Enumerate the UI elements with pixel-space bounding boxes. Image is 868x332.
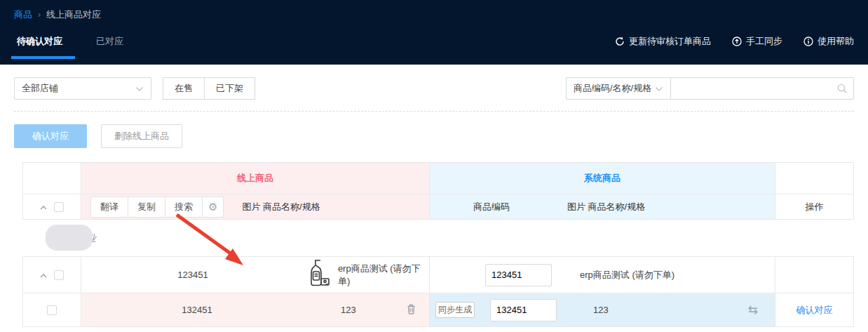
header-select-cell — [22, 194, 81, 220]
help-icon — [803, 36, 813, 46]
system-code-input[interactable] — [485, 264, 552, 286]
system-group-title: 系统商品 — [430, 172, 775, 185]
system-product-cell: 同步生成 123 ⇆ — [429, 293, 775, 327]
table-row: 123451 erp商品测试 (请勿下单) — [22, 256, 854, 293]
collapse-caret-icon[interactable] — [40, 270, 47, 280]
refresh-pending-orders-label: 更新待审核订单商品 — [629, 35, 711, 48]
row-select-cell — [22, 293, 81, 327]
online-toolbar: 翻译 复制 搜索 ⚙ — [90, 197, 224, 218]
confirm-match-button[interactable]: 确认对应 — [14, 124, 87, 148]
search-field-select-value: 商品编码/名称/规格 — [574, 82, 651, 95]
header-group-system: 系统商品 — [429, 162, 775, 194]
translate-button[interactable]: 翻译 — [91, 197, 128, 217]
sale-status-button-group: 在售 已下架 — [163, 77, 255, 100]
help-label: 使用帮助 — [818, 35, 854, 48]
top-navigation-bar: 商品 › 线上商品对应 待确认对应 已对应 更新待审核订单商品 手工同步 — [0, 0, 868, 65]
refresh-pending-orders-button[interactable]: 更新待审核订单商品 — [615, 35, 711, 48]
online-product-name: 123 — [341, 305, 356, 315]
system-code-input[interactable] — [490, 299, 557, 321]
operation-cell: 确认对应 — [775, 293, 854, 327]
online-product-cell: 123451 erp商品测试 (请勿下单) — [81, 256, 429, 293]
row-checkbox[interactable] — [47, 305, 57, 315]
breadcrumb-current: 线上商品对应 — [46, 8, 101, 21]
system-product-name: erp商品测试 (请勿下单) — [580, 269, 674, 281]
row-checkbox[interactable] — [54, 270, 64, 280]
chevron-down-icon — [655, 84, 663, 94]
offsale-filter-button[interactable]: 已下架 — [204, 77, 255, 100]
shop-select[interactable]: 全部店铺 — [14, 77, 151, 100]
online-product-code: 132451 — [81, 305, 313, 315]
match-table: 线上商品 系统商品 翻译 复制 搜索 ⚙ 图片 商品名称 — [22, 162, 854, 327]
trash-icon[interactable] — [406, 303, 416, 317]
confirm-match-link[interactable]: 确认对应 — [775, 304, 853, 317]
tab-pending-match[interactable]: 待确认对应 — [14, 35, 65, 59]
header-group-online: 线上商品 — [81, 162, 429, 194]
manual-sync-label: 手工同步 — [746, 35, 782, 48]
online-columns-label: 图片 商品名称/规格 — [242, 201, 320, 213]
swap-icon[interactable]: ⇆ — [748, 303, 758, 317]
tab-matched[interactable]: 已对应 — [93, 35, 126, 59]
breadcrumb: 商品 › 线上商品对应 — [14, 0, 854, 21]
bulk-actions: 确认对应 删除线上商品 — [0, 112, 868, 162]
system-product-cell: erp商品测试 (请勿下单) — [429, 256, 775, 293]
table-body: 123451 erp商品测试 (请勿下单) — [22, 256, 854, 327]
operation-cell — [775, 256, 854, 293]
search-area: 商品编码/名称/规格 — [566, 77, 854, 100]
sync-upload-icon — [732, 36, 742, 46]
online-product-name: erp商品测试 (请勿下单) — [338, 263, 429, 288]
header-empty-cell — [22, 162, 81, 194]
onsale-filter-button[interactable]: 在售 — [163, 77, 205, 100]
online-product-cell: 132451 123 — [81, 293, 429, 327]
manual-sync-button[interactable]: 手工同步 — [732, 35, 782, 48]
topbar-actions: 更新待审核订单商品 手工同步 使用帮助 — [615, 35, 854, 59]
collapse-caret-icon[interactable] — [40, 201, 47, 212]
system-product-name: 123 — [593, 305, 609, 315]
header-operation: 操作 — [775, 194, 854, 220]
shop-group-row: 业 — [22, 220, 854, 256]
filter-bar: 全部店铺 在售 已下架 商品编码/名称/规格 — [0, 65, 868, 111]
chevron-down-icon — [135, 84, 144, 94]
gear-icon[interactable]: ⚙ — [203, 197, 223, 217]
tab-bar: 待确认对应 已对应 更新待审核订单商品 手工同步 使用帮助 — [14, 21, 854, 59]
system-code-column-label: 商品编码 — [430, 201, 553, 213]
table-row: 132451 123 同步生成 123 ⇆ 确认对应 — [22, 293, 854, 327]
search-field-select[interactable]: 商品编码/名称/规格 — [566, 77, 671, 100]
system-columns-label: 图片 商品名称/规格 — [567, 201, 645, 213]
shop-name-redaction-blob — [46, 225, 93, 251]
select-all-checkbox[interactable] — [54, 202, 64, 212]
online-group-title: 线上商品 — [81, 172, 429, 185]
header-system-columns: 商品编码 图片 商品名称/规格 — [429, 194, 775, 220]
table-header: 线上商品 系统商品 翻译 复制 搜索 ⚙ 图片 商品名称 — [22, 162, 854, 220]
breadcrumb-root[interactable]: 商品 — [14, 8, 32, 21]
search-toolbar-button[interactable]: 搜索 — [165, 197, 203, 217]
sync-generated-tag: 同步生成 — [435, 302, 475, 318]
product-image[interactable] — [306, 259, 331, 291]
header-online-columns: 翻译 复制 搜索 ⚙ 图片 商品名称/规格 — [81, 194, 429, 220]
refresh-icon — [615, 36, 625, 46]
search-icon[interactable] — [836, 83, 848, 96]
operation-column-label: 操作 — [775, 201, 853, 213]
header-empty-cell — [775, 162, 854, 194]
delete-online-product-button[interactable]: 删除线上商品 — [101, 124, 182, 148]
breadcrumb-separator: › — [38, 10, 41, 20]
copy-button[interactable]: 复制 — [128, 197, 165, 217]
row-select-cell — [22, 256, 81, 293]
shop-select-value: 全部店铺 — [22, 82, 58, 95]
search-input[interactable] — [670, 77, 854, 100]
help-button[interactable]: 使用帮助 — [803, 35, 854, 48]
online-product-code: 123451 — [81, 270, 304, 280]
